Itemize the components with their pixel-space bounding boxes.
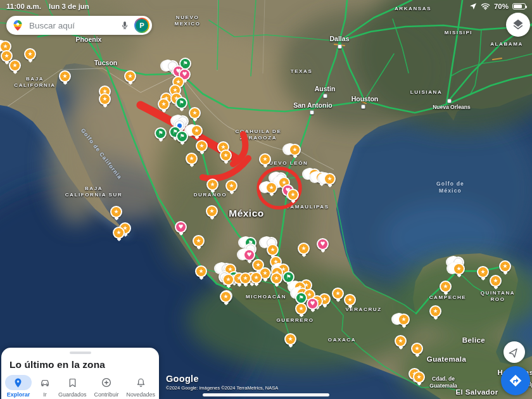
star-pin[interactable]: ★ (395, 335, 407, 347)
flag-pin[interactable]: ⚑ (176, 130, 188, 142)
microphone-icon[interactable] (120, 20, 130, 30)
battery-percent: 70% (494, 3, 509, 10)
home-indicator[interactable] (203, 393, 329, 396)
flag-pin[interactable]: ⚑ (155, 127, 167, 139)
battery-icon (512, 3, 526, 10)
star-pin[interactable]: ★ (222, 274, 234, 286)
star-pin[interactable]: ★ (59, 70, 71, 82)
directions-button[interactable] (501, 366, 530, 395)
star-pin[interactable]: ★ (499, 260, 511, 272)
my-location-button[interactable] (504, 341, 525, 363)
tab-novedades[interactable]: Novedades (126, 375, 155, 398)
tab-label: Contribuir (94, 391, 118, 398)
navigation-arrow-icon (509, 346, 520, 358)
star-pin[interactable]: ★ (113, 227, 125, 239)
star-pin[interactable]: ★ (259, 153, 271, 165)
star-pin[interactable]: ★ (490, 275, 502, 287)
tab-ir[interactable]: Ir (39, 375, 51, 398)
bookmark-icon (67, 375, 78, 390)
search-input[interactable] (28, 20, 115, 31)
tab-contribuir[interactable]: Contribuir (94, 375, 118, 398)
tab-guardados[interactable]: Guardados (58, 375, 87, 398)
star-pin[interactable]: ★ (332, 288, 344, 300)
star-pin[interactable]: ★ (239, 272, 251, 284)
heart-pin[interactable]: ♥ (317, 238, 329, 250)
bottom-sheet[interactable]: Lo último en la zona Explorar Ir (1, 348, 159, 399)
star-pin[interactable]: ★ (295, 303, 307, 315)
star-pin[interactable]: ★ (440, 281, 452, 293)
star-pin[interactable]: ★ (413, 371, 425, 383)
status-date: lun 3 de jun (49, 3, 89, 10)
star-pin[interactable]: ★ (398, 314, 410, 326)
star-pin[interactable]: ★ (186, 153, 198, 165)
star-pin[interactable]: ★ (298, 243, 310, 255)
star-pin[interactable]: ★ (220, 149, 232, 162)
status-bar: 11:00 a.m. lun 3 de jun 70% (0, 0, 532, 13)
star-pin[interactable]: ★ (124, 70, 136, 82)
layers-icon (512, 18, 524, 31)
heart-pin[interactable]: ♥ (243, 249, 255, 261)
star-pin[interactable]: ★ (158, 98, 170, 110)
star-pin[interactable]: ★ (284, 333, 296, 345)
explore-pin-icon (5, 375, 32, 390)
star-pin[interactable]: ★ (429, 305, 441, 317)
star-pin[interactable]: ★ (477, 266, 489, 278)
avatar-letter: P (136, 19, 148, 32)
star-pin[interactable]: ★ (411, 343, 423, 355)
layers-button[interactable] (506, 13, 530, 37)
tab-explorar[interactable]: Explorar (5, 375, 32, 398)
star-pin[interactable]: ★ (206, 205, 218, 217)
tab-bar: Explorar Ir Guardados (1, 375, 159, 398)
status-time: 11:00 a.m. (6, 3, 41, 10)
star-pin[interactable]: ★ (289, 144, 301, 156)
tab-label: Novedades (126, 391, 155, 398)
search-bar[interactable]: P (6, 16, 152, 35)
sheet-drag-handle[interactable] (70, 352, 91, 354)
map-pins: ★★★★★★★★⚑♥♥★★★★★⚑★★⚑⚑⚑★★★★★★★★★★♥★★★★★★★… (0, 0, 532, 399)
tab-label: Guardados (58, 391, 87, 398)
star-pin[interactable]: ★ (225, 180, 238, 192)
map-viewport[interactable]: PhoenixTucsonNUEVO MEXICODallasARKANSASM… (0, 0, 532, 399)
star-pin[interactable]: ★ (196, 140, 208, 152)
star-pin[interactable]: ★ (453, 263, 465, 275)
flag-pin[interactable]: ⚑ (175, 97, 187, 109)
account-avatar[interactable]: P (134, 18, 149, 33)
star-pin[interactable]: ★ (287, 189, 299, 201)
car-icon (39, 375, 51, 390)
star-pin[interactable]: ★ (110, 206, 122, 218)
google-maps-pin-logo (12, 20, 23, 31)
tab-label: Ir (43, 391, 47, 398)
star-pin[interactable]: ★ (250, 272, 262, 284)
star-pin[interactable]: ★ (193, 235, 205, 247)
star-pin[interactable]: ★ (189, 107, 201, 119)
star-pin[interactable]: ★ (265, 182, 277, 194)
location-services-icon (469, 3, 477, 10)
star-pin[interactable]: ★ (220, 291, 232, 303)
heart-pin[interactable]: ♥ (175, 221, 187, 233)
star-pin[interactable]: ★ (270, 272, 282, 284)
star-pin[interactable]: ★ (324, 173, 336, 185)
tab-label: Explorar (7, 391, 30, 398)
star-pin[interactable]: ★ (195, 265, 207, 277)
star-pin[interactable]: ★ (24, 48, 36, 60)
heart-pin[interactable]: ♥ (307, 298, 319, 310)
star-pin[interactable]: ★ (99, 93, 111, 105)
directions-icon (509, 374, 522, 388)
add-circle-icon (101, 375, 112, 390)
star-pin[interactable]: ★ (267, 244, 279, 256)
sheet-title: Lo último en la zona (10, 359, 105, 370)
star-pin[interactable]: ★ (206, 179, 218, 191)
bell-icon (136, 375, 146, 390)
star-pin[interactable]: ★ (9, 60, 21, 72)
star-pin[interactable]: ★ (191, 125, 203, 137)
wifi-icon (481, 3, 490, 10)
star-pin[interactable]: ★ (344, 294, 356, 306)
